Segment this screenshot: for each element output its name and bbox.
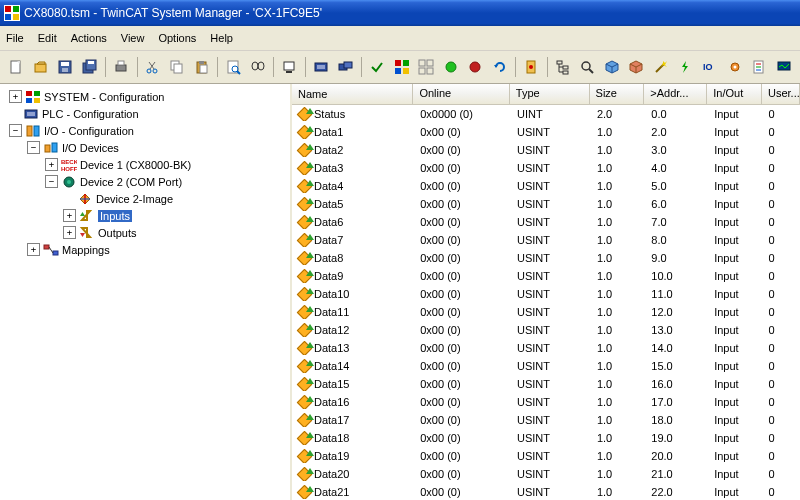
cell-online: 0x00 (0) — [414, 378, 511, 390]
svg-rect-36 — [344, 62, 352, 68]
cell-type: USINT — [511, 414, 591, 426]
toolbar-printpreview-icon[interactable] — [222, 55, 245, 79]
tree-iodevices[interactable]: − I/O Devices — [0, 139, 290, 156]
toolbar-print-icon[interactable] — [110, 55, 133, 79]
menu-help[interactable]: Help — [210, 32, 233, 44]
toolbar-check-icon[interactable] — [366, 55, 389, 79]
cell-user: 0 — [763, 306, 800, 318]
tree-plc[interactable]: PLC - Configuration — [0, 105, 290, 122]
toolbar-io-icon[interactable]: IO — [699, 55, 722, 79]
list-row[interactable]: Data10x00 (0)USINT1.02.0Input0 — [292, 123, 800, 141]
toolbar-run-icon[interactable] — [439, 55, 462, 79]
toolbar-saveall-icon[interactable] — [79, 55, 102, 79]
list-row[interactable]: Status0x0000 (0)UINT2.00.0Input0 — [292, 105, 800, 123]
col-name[interactable]: Name — [292, 84, 413, 104]
toolbar-cut-icon[interactable] — [142, 55, 165, 79]
toolbar-activate-icon[interactable] — [390, 55, 413, 79]
toolbar-open-icon[interactable] — [30, 55, 53, 79]
tree-outputs[interactable]: + Outputs — [0, 224, 290, 241]
cell-inout: Input — [708, 414, 762, 426]
toolbar-device-icon[interactable] — [278, 55, 301, 79]
toolbar-targets-icon[interactable] — [334, 55, 357, 79]
list-row[interactable]: Data30x00 (0)USINT1.04.0Input0 — [292, 159, 800, 177]
tree-mappings[interactable]: + Mappings — [0, 241, 290, 258]
tree-device1[interactable]: + BECKHOFF Device 1 (CX8000-BK) — [0, 156, 290, 173]
cell-name: Data19 — [314, 450, 349, 462]
tree-inputs[interactable]: + Inputs — [0, 207, 290, 224]
toolbar-cube2-icon[interactable] — [625, 55, 648, 79]
list-row[interactable]: Data130x00 (0)USINT1.014.0Input0 — [292, 339, 800, 357]
cell-user: 0 — [763, 378, 800, 390]
toolbar-lightning-icon[interactable] — [674, 55, 697, 79]
outputs-icon — [79, 225, 95, 241]
toolbar-copy-icon[interactable] — [166, 55, 189, 79]
toolbar-wand-icon[interactable] — [650, 55, 673, 79]
cell-addr: 18.0 — [645, 414, 708, 426]
col-addr[interactable]: >Addr... — [644, 84, 707, 104]
toolbar-zoom-icon[interactable] — [576, 55, 599, 79]
list-row[interactable]: Data110x00 (0)USINT1.012.0Input0 — [292, 303, 800, 321]
toolbar-config-icon[interactable] — [520, 55, 543, 79]
cell-inout: Input — [708, 144, 762, 156]
tree-io[interactable]: − I/O - Configuration — [0, 122, 290, 139]
list-row[interactable]: Data40x00 (0)USINT1.05.0Input0 — [292, 177, 800, 195]
menu-file[interactable]: File — [6, 32, 24, 44]
toolbar-stop-icon[interactable] — [464, 55, 487, 79]
cell-size: 1.0 — [591, 162, 645, 174]
list-row[interactable]: Data180x00 (0)USINT1.019.0Input0 — [292, 429, 800, 447]
tree-system[interactable]: + SYSTEM - Configuration — [0, 88, 290, 105]
toolbar-new-icon[interactable] — [5, 55, 28, 79]
cell-size: 1.0 — [591, 432, 645, 444]
list-row[interactable]: Data190x00 (0)USINT1.020.0Input0 — [292, 447, 800, 465]
svg-rect-32 — [286, 71, 292, 73]
menu-view[interactable]: View — [121, 32, 145, 44]
cell-addr: 6.0 — [645, 198, 708, 210]
cell-size: 1.0 — [591, 378, 645, 390]
list-row[interactable]: Data90x00 (0)USINT1.010.0Input0 — [292, 267, 800, 285]
toolbar-reload-icon[interactable] — [415, 55, 438, 79]
toolbar-doc-icon[interactable] — [748, 55, 771, 79]
cell-online: 0x00 (0) — [414, 432, 511, 444]
list-row[interactable]: Data60x00 (0)USINT1.07.0Input0 — [292, 213, 800, 231]
menu-edit[interactable]: Edit — [38, 32, 57, 44]
list-row[interactable]: Data80x00 (0)USINT1.09.0Input0 — [292, 249, 800, 267]
tree-device2[interactable]: − Device 2 (COM Port) — [0, 173, 290, 190]
svg-rect-72 — [34, 91, 40, 96]
toolbar-save-icon[interactable] — [54, 55, 77, 79]
svg-rect-76 — [27, 112, 35, 116]
toolbar-paste-icon[interactable] — [191, 55, 214, 79]
toolbar-tree-icon[interactable] — [551, 55, 574, 79]
list-body[interactable]: Status0x0000 (0)UINT2.00.0Input0Data10x0… — [292, 105, 800, 500]
menu-actions[interactable]: Actions — [71, 32, 107, 44]
toolbar-monitor-icon[interactable] — [772, 55, 795, 79]
cell-name: Data5 — [314, 198, 343, 210]
toolbar-cube1-icon[interactable] — [601, 55, 624, 79]
col-size[interactable]: Size — [590, 84, 645, 104]
toolbar-settings-icon[interactable] — [723, 55, 746, 79]
toolbar-find-icon[interactable] — [247, 55, 270, 79]
list-row[interactable]: Data120x00 (0)USINT1.013.0Input0 — [292, 321, 800, 339]
list-row[interactable]: Data20x00 (0)USINT1.03.0Input0 — [292, 141, 800, 159]
col-online[interactable]: Online — [413, 84, 509, 104]
tree-pane[interactable]: + SYSTEM - Configuration PLC - Configura… — [0, 84, 292, 500]
list-row[interactable]: Data50x00 (0)USINT1.06.0Input0 — [292, 195, 800, 213]
list-row[interactable]: Data170x00 (0)USINT1.018.0Input0 — [292, 411, 800, 429]
col-type[interactable]: Type — [510, 84, 590, 104]
list-row[interactable]: Data100x00 (0)USINT1.011.0Input0 — [292, 285, 800, 303]
col-user[interactable]: User... — [762, 84, 800, 104]
list-row[interactable]: Data140x00 (0)USINT1.015.0Input0 — [292, 357, 800, 375]
col-inout[interactable]: In/Out — [707, 84, 762, 104]
list-row[interactable]: Data70x00 (0)USINT1.08.0Input0 — [292, 231, 800, 249]
variable-icon — [298, 323, 312, 337]
svg-line-94 — [49, 247, 53, 253]
svg-rect-80 — [52, 143, 57, 152]
menu-options[interactable]: Options — [158, 32, 196, 44]
list-row[interactable]: Data160x00 (0)USINT1.017.0Input0 — [292, 393, 800, 411]
list-row[interactable]: Data210x00 (0)USINT1.022.0Input0 — [292, 483, 800, 500]
tree-device2-image[interactable]: Device 2-Image — [0, 190, 290, 207]
toolbar-target-icon[interactable] — [310, 55, 333, 79]
list-row[interactable]: Data150x00 (0)USINT1.016.0Input0 — [292, 375, 800, 393]
toolbar-restart-icon[interactable] — [488, 55, 511, 79]
list-row[interactable]: Data200x00 (0)USINT1.021.0Input0 — [292, 465, 800, 483]
device2-icon — [61, 174, 77, 190]
